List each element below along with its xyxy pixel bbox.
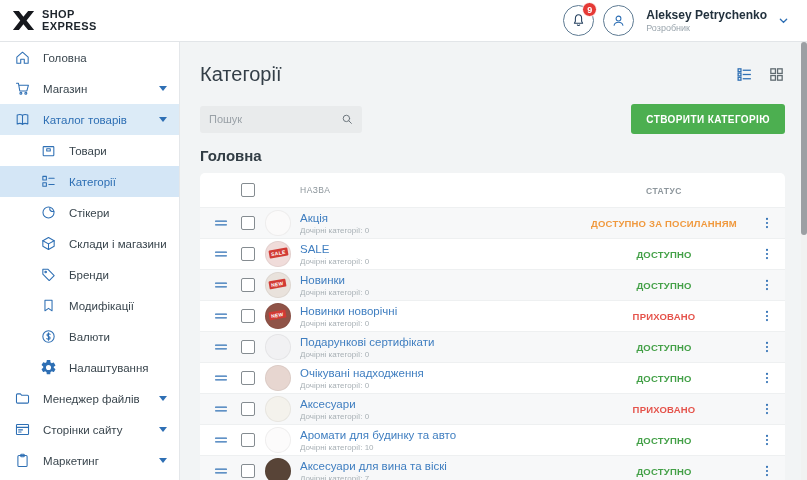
category-name-link[interactable]: Акція — [300, 212, 579, 224]
sidebar-item-label: Маркетинг — [43, 455, 147, 467]
select-all-checkbox[interactable] — [241, 183, 255, 197]
row-actions-kebab-icon[interactable] — [758, 369, 776, 387]
row-checkbox[interactable] — [241, 340, 255, 354]
brand-logo: SHOP EXPRESS — [0, 7, 180, 34]
expand-arrow-icon — [159, 86, 167, 91]
category-name-link[interactable]: Аксесуари для вина та віскі — [300, 460, 579, 472]
chevron-down-icon[interactable] — [776, 13, 791, 28]
row-checkbox[interactable] — [241, 309, 255, 323]
products-icon — [40, 142, 57, 159]
user-menu[interactable]: Aleksey Petrychenko Розробник — [646, 8, 767, 33]
app-header: SHOP EXPRESS 9 Aleksey Petrychenko Розро… — [0, 0, 807, 42]
list-view-icon[interactable] — [736, 66, 753, 83]
sidebar-item-files[interactable]: Менеджер файлів — [0, 383, 179, 414]
category-name-link[interactable]: Аромати для будинку та авто — [300, 429, 579, 441]
category-image: NEW — [265, 303, 291, 329]
row-actions-kebab-icon[interactable] — [758, 462, 776, 480]
category-name-link[interactable]: Новинки — [300, 274, 579, 286]
sidebar-subitem-modifications[interactable]: Модифікації — [0, 290, 179, 321]
category-image-tag: NEW — [268, 279, 286, 290]
drag-handle-icon[interactable] — [213, 246, 231, 262]
child-categories-count: Дочірні категорії: 0 — [300, 226, 579, 235]
search-input[interactable] — [209, 113, 340, 125]
category-name-link[interactable]: Подарункові сертифікати — [300, 336, 579, 348]
grid-view-icon[interactable] — [768, 66, 785, 83]
row-checkbox[interactable] — [241, 464, 255, 478]
row-checkbox[interactable] — [241, 402, 255, 416]
sidebar-subitem-brands[interactable]: Бренди — [0, 259, 179, 290]
drag-handle-icon[interactable] — [213, 215, 231, 231]
row-checkbox[interactable] — [241, 247, 255, 261]
sidebar-subitem-currencies[interactable]: Валюти — [0, 321, 179, 352]
sidebar-subitem-products[interactable]: Товари — [0, 135, 179, 166]
sidebar-item-label: Товари — [69, 145, 167, 157]
sidebar-subitem-categories[interactable]: Категорії — [0, 166, 179, 197]
status-badge: ДОСТУПНО — [579, 435, 749, 446]
child-categories-count: Дочірні категорії: 0 — [300, 350, 579, 359]
drag-handle-icon[interactable] — [213, 401, 231, 417]
home-icon — [14, 49, 31, 66]
sidebar-subitem-settings[interactable]: Налаштування — [0, 352, 179, 383]
warehouses-icon — [40, 235, 57, 252]
settings-icon — [40, 359, 57, 376]
scrollbar-thumb[interactable] — [801, 42, 807, 235]
row-checkbox[interactable] — [241, 278, 255, 292]
child-categories-count: Дочірні категорії: 0 — [300, 319, 579, 328]
search-icon[interactable] — [340, 112, 354, 126]
child-categories-count: Дочірні категорії: 0 — [300, 381, 579, 390]
sidebar-item-pages[interactable]: Сторінки сайту — [0, 414, 179, 445]
category-name-link[interactable]: Новинки новорічні — [300, 305, 579, 317]
pages-icon — [14, 421, 31, 438]
row-actions-kebab-icon[interactable] — [758, 431, 776, 449]
category-name-link[interactable]: Очікувані надходження — [300, 367, 579, 379]
category-name-link[interactable]: Аксесуари — [300, 398, 579, 410]
drag-handle-icon[interactable] — [213, 339, 231, 355]
drag-handle-icon[interactable] — [213, 370, 231, 386]
table-row: NEWНовинки новорічніДочірні категорії: 0… — [200, 300, 785, 331]
sidebar-item-marketing[interactable]: Маркетинг — [0, 445, 179, 476]
sidebar-subitem-stickers[interactable]: Стікери — [0, 197, 179, 228]
sidebar-subitem-warehouses[interactable]: Склади і магазини — [0, 228, 179, 259]
create-category-button[interactable]: СТВОРИТИ КАТЕГОРІЮ — [631, 104, 785, 134]
main-content: Категорії СТВОРИТИ К — [180, 42, 807, 480]
scrollbar-track — [801, 42, 807, 480]
drag-handle-icon[interactable] — [213, 308, 231, 324]
sidebar-item-label: Головна — [43, 52, 167, 64]
row-actions-kebab-icon[interactable] — [758, 214, 776, 232]
avatar[interactable] — [603, 5, 634, 36]
drag-handle-icon[interactable] — [213, 463, 231, 479]
column-status: СТАТУС — [646, 186, 682, 196]
sidebar-item-label: Модифікації — [69, 300, 167, 312]
row-checkbox[interactable] — [241, 433, 255, 447]
drag-handle-icon[interactable] — [213, 277, 231, 293]
status-badge: ДОСТУПНО — [579, 373, 749, 384]
stickers-icon — [40, 204, 57, 221]
sidebar: ГоловнаМагазинКаталог товарівТовариКатег… — [0, 42, 180, 480]
category-image: SALE — [265, 241, 291, 267]
expand-arrow-icon — [159, 117, 167, 122]
sidebar-item-store[interactable]: Магазин — [0, 73, 179, 104]
categories-icon — [40, 173, 57, 190]
child-categories-count: Дочірні категорії: 0 — [300, 412, 579, 421]
row-actions-kebab-icon[interactable] — [758, 245, 776, 263]
sidebar-item-label: Категорії — [69, 176, 167, 188]
drag-handle-icon[interactable] — [213, 432, 231, 448]
sidebar-item-catalog[interactable]: Каталог товарів — [0, 104, 179, 135]
category-image-tag: NEW — [268, 310, 286, 321]
sidebar-item-home[interactable]: Головна — [0, 42, 179, 73]
category-image — [265, 365, 291, 391]
row-checkbox[interactable] — [241, 216, 255, 230]
notifications-button[interactable]: 9 — [563, 5, 594, 36]
category-name-link[interactable]: SALE — [300, 243, 579, 255]
row-actions-kebab-icon[interactable] — [758, 400, 776, 418]
expand-arrow-icon — [159, 427, 167, 432]
table-header: НАЗВА СТАТУС — [200, 173, 785, 207]
status-badge: ДОСТУПНО — [579, 280, 749, 291]
row-actions-kebab-icon[interactable] — [758, 307, 776, 325]
search-box — [200, 106, 362, 133]
row-actions-kebab-icon[interactable] — [758, 276, 776, 294]
row-checkbox[interactable] — [241, 371, 255, 385]
child-categories-count: Дочірні категорії: 0 — [300, 257, 579, 266]
table-row: Очікувані надходженняДочірні категорії: … — [200, 362, 785, 393]
row-actions-kebab-icon[interactable] — [758, 338, 776, 356]
